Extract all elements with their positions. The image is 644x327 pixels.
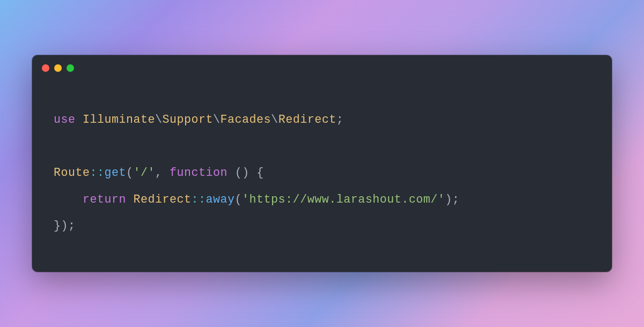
code-token: ( (235, 193, 243, 206)
code-token: function (170, 166, 235, 179)
code-token: '/' (134, 166, 156, 179)
code-token: \ (155, 113, 163, 126)
code-token: use (54, 113, 83, 126)
code-token (54, 193, 83, 206)
code-token: , (155, 166, 170, 179)
zoom-icon[interactable] (67, 64, 74, 72)
code-token: \ (271, 113, 279, 126)
code-line: use Illuminate\Support\Facades\Redirect; (54, 107, 590, 133)
code-token: ); (445, 193, 459, 206)
code-block: use Illuminate\Support\Facades\Redirect;… (32, 81, 612, 271)
code-token: \ (213, 113, 221, 126)
titlebar (32, 55, 612, 81)
code-token: Redirect (279, 113, 336, 126)
code-token: () { (235, 166, 264, 179)
code-token: Support (163, 113, 214, 126)
code-line: Route::get('/', function () { (54, 160, 590, 186)
code-window: use Illuminate\Support\Facades\Redirect;… (32, 55, 612, 271)
code-token: Route (54, 166, 90, 179)
code-token: 'https://www.larashout.com/' (242, 193, 445, 206)
code-token: ; (336, 113, 344, 126)
code-token: return (83, 193, 134, 206)
close-icon[interactable] (42, 64, 49, 72)
code-token: away (206, 193, 235, 206)
code-line: return Redirect::away('https://www.laras… (54, 187, 590, 213)
code-token: Redirect (134, 193, 192, 206)
code-token: :: (192, 193, 206, 206)
code-token: Illuminate (83, 113, 155, 126)
code-line: }); (54, 213, 590, 239)
code-token: ( (126, 166, 134, 179)
code-token: }); (54, 219, 76, 232)
minimize-icon[interactable] (54, 64, 62, 72)
code-token: get (105, 166, 127, 179)
code-token: :: (90, 166, 105, 179)
code-line (54, 133, 590, 160)
code-token: Facades (221, 113, 272, 126)
